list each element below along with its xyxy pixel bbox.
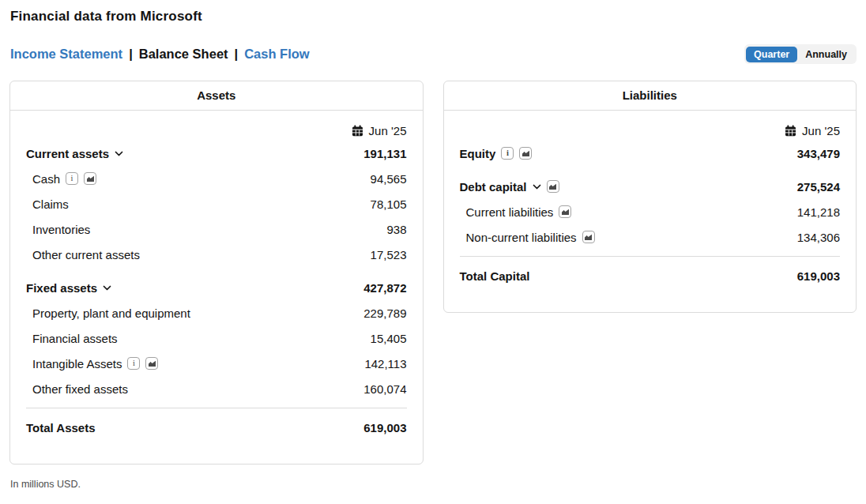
- chart-icon[interactable]: [84, 172, 96, 185]
- total-label: Total Assets: [26, 421, 96, 434]
- row-cash: Cashi94,565: [26, 166, 407, 191]
- toggle-option-annually[interactable]: Annually: [797, 47, 855, 62]
- row-label: Intangible Assets: [32, 357, 122, 370]
- calendar-icon: [785, 125, 796, 137]
- liabilities-panel-title: Liabilities: [444, 81, 857, 111]
- row-value: 343,479: [797, 147, 840, 160]
- total-value: 619,003: [797, 269, 840, 283]
- row-value: 229,789: [363, 307, 406, 320]
- row-value: 275,524: [797, 180, 840, 194]
- assets-rows: Current assets191,131Cashi94,565Claims78…: [26, 141, 407, 401]
- assets-panel-body: Jun '25 Current assets191,131Cashi94,565…: [10, 111, 423, 464]
- row-value: 134,306: [797, 231, 840, 244]
- tab-separator: |: [129, 47, 133, 62]
- calendar-icon: [352, 125, 363, 137]
- liabilities-rows: Equityi343,479Debt capital275,524Current…: [460, 141, 841, 250]
- total-value: 619,003: [363, 421, 406, 434]
- period-toggle: Quarter Annually: [744, 44, 857, 64]
- row-label: Equity: [460, 147, 496, 160]
- chart-icon[interactable]: [145, 357, 158, 370]
- row-non-current-liabilities: Non-current liabilities134,306: [460, 224, 841, 250]
- assets-panel-title: Assets: [10, 81, 423, 111]
- info-icon[interactable]: i: [127, 357, 140, 370]
- row-label: Cash: [32, 172, 60, 186]
- row-current-liabilities: Current liabilities141,218: [460, 199, 841, 224]
- row-label: Other fixed assets: [32, 382, 128, 396]
- row-financial-assets: Financial assets15,405: [26, 325, 407, 351]
- row-value: 427,872: [363, 281, 406, 295]
- row-value: 191,131: [363, 147, 406, 160]
- row-value: 141,218: [797, 205, 840, 219]
- tab-cash-flow[interactable]: Cash Flow: [244, 47, 310, 62]
- total-assets-row: Total Assets 619,003: [26, 415, 407, 440]
- liabilities-panel-body: Jun '25 Equityi343,479Debt capital275,52…: [444, 111, 857, 312]
- row-inventories: Inventories938: [26, 216, 407, 242]
- row-value: 17,523: [371, 248, 407, 261]
- chevron-down-icon: [115, 151, 123, 156]
- row-intangible-assets: Intangible Assetsi142,113: [26, 351, 407, 376]
- tab-separator: |: [235, 47, 239, 62]
- tab-balance-sheet[interactable]: Balance Sheet: [139, 47, 228, 62]
- chevron-down-icon: [533, 184, 541, 190]
- chevron-down-icon: [103, 285, 111, 291]
- row-value: 160,074: [363, 382, 406, 396]
- tab-income-statement[interactable]: Income Statement: [10, 47, 122, 62]
- chart-icon[interactable]: [547, 180, 559, 193]
- row-claims: Claims78,105: [26, 191, 407, 216]
- row-label: Other current assets: [32, 248, 140, 261]
- row-label: Inventories: [32, 223, 90, 236]
- row-value: 142,113: [364, 357, 406, 370]
- row-label: Property, plant and equipment: [32, 307, 190, 320]
- row-label: Current liabilities: [466, 205, 554, 219]
- info-icon[interactable]: i: [501, 147, 514, 160]
- row-label: Non-current liabilities: [466, 231, 577, 244]
- liabilities-date-row: Jun '25: [460, 120, 841, 141]
- total-capital-row: Total Capital 619,003: [460, 263, 841, 288]
- row-label: Debt capital: [460, 180, 527, 194]
- statement-tabs: Income Statement | Balance Sheet | Cash …: [9, 47, 310, 62]
- liabilities-panel: Liabilities Jun '25 Equityi343,479Debt c…: [443, 81, 857, 313]
- row-label: Fixed assets: [26, 281, 97, 295]
- row-debt-capital[interactable]: Debt capital275,524: [460, 174, 841, 199]
- row-value: 938: [386, 223, 406, 236]
- assets-date-row: Jun '25: [26, 120, 407, 141]
- row-label: Financial assets: [32, 332, 118, 345]
- panels-container: Assets Jun '25 Current assets191,131Cash…: [9, 81, 857, 465]
- toggle-option-quarter[interactable]: Quarter: [746, 47, 797, 62]
- row-property-plant-and-equipment: Property, plant and equipment229,789: [26, 300, 407, 325]
- row-label: Claims: [32, 197, 69, 211]
- page-title: Financial data from Microsoft: [9, 9, 857, 24]
- assets-panel: Assets Jun '25 Current assets191,131Cash…: [9, 81, 424, 465]
- row-value: 94,565: [371, 172, 407, 186]
- divider: [460, 256, 841, 257]
- row-label: Current assets: [26, 147, 109, 160]
- chart-icon[interactable]: [559, 205, 571, 218]
- chart-icon[interactable]: [519, 147, 532, 160]
- chart-icon[interactable]: [582, 231, 595, 243]
- units-footnote: In millions USD.: [9, 479, 857, 490]
- row-value: 78,105: [371, 197, 407, 211]
- period-label: Jun '25: [802, 124, 840, 137]
- row-equity: Equityi343,479: [460, 141, 841, 166]
- row-fixed-assets[interactable]: Fixed assets427,872: [26, 275, 407, 300]
- financial-data-widget: Financial data from Microsoft Income Sta…: [0, 0, 866, 490]
- info-icon[interactable]: i: [66, 172, 78, 185]
- row-current-assets[interactable]: Current assets191,131: [26, 141, 407, 166]
- tabbar-row: Income Statement | Balance Sheet | Cash …: [9, 44, 857, 64]
- divider: [26, 408, 407, 408]
- row-other-current-assets: Other current assets17,523: [26, 242, 407, 267]
- total-label: Total Capital: [460, 269, 530, 283]
- row-other-fixed-assets: Other fixed assets160,074: [26, 376, 407, 401]
- period-label: Jun '25: [369, 124, 407, 137]
- row-value: 15,405: [371, 332, 407, 345]
